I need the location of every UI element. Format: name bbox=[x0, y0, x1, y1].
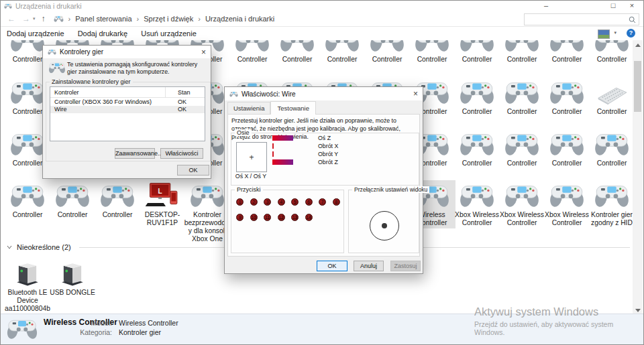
device-item[interactable]: Controller bbox=[274, 40, 321, 65]
xy-axis-indicator: + bbox=[236, 142, 267, 172]
scrollbar-thumb[interactable] bbox=[634, 61, 641, 112]
device-item[interactable]: Controller bbox=[453, 77, 500, 117]
device-item[interactable]: Controller bbox=[588, 40, 635, 65]
device-item[interactable]: Controller bbox=[498, 40, 545, 65]
pc-icon bbox=[144, 182, 180, 210]
column-controller[interactable]: Kontroler bbox=[50, 89, 178, 96]
device-item[interactable]: Controller bbox=[543, 129, 590, 169]
gamepad-icon bbox=[459, 40, 495, 54]
controller-button-indicator: 4 bbox=[278, 198, 285, 206]
device-item[interactable]: Controller bbox=[4, 180, 51, 220]
box-icon bbox=[9, 259, 46, 287]
tab-testing[interactable]: Testowanie bbox=[270, 101, 316, 115]
gamepad-icon bbox=[459, 182, 495, 210]
controller-button-indicator: 7 bbox=[319, 198, 326, 206]
device-item[interactable]: Controller bbox=[409, 40, 455, 65]
breadcrumb-item-devices-printers[interactable]: Urządzenia i drukarki bbox=[205, 15, 274, 23]
section-label: Nieokreślone (2) bbox=[17, 243, 71, 251]
device-label: Controller bbox=[49, 211, 96, 219]
gamepad-icon bbox=[414, 40, 450, 54]
scroll-up-icon[interactable] bbox=[635, 44, 641, 47]
search-input[interactable] bbox=[525, 15, 628, 23]
controller-status: OK bbox=[178, 98, 205, 105]
wire-dialog-tabs: Ustawienia Testowanie bbox=[227, 101, 316, 114]
device-item[interactable]: Controller bbox=[498, 77, 545, 117]
device-item[interactable]: Xbox Wireless Controller bbox=[498, 180, 545, 228]
device-item[interactable]: Xbox Wireless Controller bbox=[453, 180, 500, 228]
column-divider bbox=[165, 87, 166, 97]
tab-settings[interactable]: Ustawienia bbox=[227, 102, 270, 114]
device-label: Controller bbox=[409, 56, 455, 64]
controller-row[interactable]: WireOK bbox=[50, 106, 205, 114]
wire-ok-button[interactable]: OK bbox=[317, 261, 347, 271]
pov-hat-indicator bbox=[370, 211, 399, 240]
device-item[interactable]: USB DONGLE bbox=[49, 258, 96, 298]
device-item[interactable]: Xbox Wireless Controller bbox=[543, 180, 590, 228]
minimize-button[interactable]: – bbox=[536, 1, 556, 11]
device-item[interactable]: Controller bbox=[588, 77, 635, 117]
device-item[interactable]: Controller bbox=[364, 40, 411, 65]
up-icon[interactable]: ↑ bbox=[42, 14, 46, 23]
axis-label: Obrót X bbox=[318, 143, 338, 149]
close-icon[interactable]: × bbox=[201, 48, 206, 56]
maximize-button[interactable]: □ bbox=[603, 1, 623, 11]
device-item[interactable]: Controller bbox=[543, 77, 590, 117]
device-item[interactable]: Controller bbox=[319, 40, 366, 65]
view-options-caret-icon[interactable]: ▾ bbox=[614, 30, 616, 36]
gamepad-icon bbox=[369, 40, 405, 54]
device-label: Controller bbox=[543, 159, 590, 167]
device-item[interactable]: Controller bbox=[453, 129, 500, 169]
device-label: Controller bbox=[94, 211, 141, 219]
forward-icon[interactable]: → bbox=[22, 14, 30, 23]
window-title: Urządzenia i drukarki bbox=[15, 2, 82, 10]
controllers-ok-button[interactable]: OK bbox=[177, 165, 209, 176]
breadcrumb-item-hardware-sound[interactable]: Sprzęt i dźwięk bbox=[144, 15, 193, 23]
buttons-group-label: Przyciski bbox=[235, 186, 263, 193]
device-item[interactable]: Bluetooth LE Device aa110000804b bbox=[4, 258, 51, 314]
wire-dialog-titlebar: Właściwości: Wire × bbox=[225, 87, 423, 100]
device-item[interactable]: DESKTOP-RUV1F1P bbox=[139, 180, 186, 228]
back-icon[interactable]: ← bbox=[7, 14, 15, 23]
vertical-scrollbar[interactable] bbox=[633, 40, 643, 316]
device-item[interactable]: Kontroler gier zgodny z HID bbox=[588, 180, 635, 228]
controller-button-indicator: 12 bbox=[278, 214, 285, 221]
device-label: Controller bbox=[4, 211, 51, 219]
category-value: Kontroler gier bbox=[119, 328, 161, 336]
wire-apply-button[interactable]: Zastosuj bbox=[390, 261, 421, 271]
installed-controllers-group: Zainstalowane kontrolery gier Kontroler … bbox=[46, 82, 211, 161]
device-item[interactable]: Controller bbox=[49, 180, 96, 220]
close-button[interactable]: × bbox=[622, 1, 642, 11]
gamepad-icon bbox=[9, 182, 46, 210]
gamepad-icon bbox=[234, 40, 270, 54]
controller-button-indicator: 14 bbox=[305, 214, 313, 221]
controller-row[interactable]: Controller (XBOX 360 For Windows)OK bbox=[50, 98, 205, 106]
search-icon[interactable] bbox=[628, 15, 637, 24]
column-status[interactable]: Stan bbox=[178, 89, 205, 96]
device-item[interactable]: Controller bbox=[229, 40, 276, 65]
device-label: Xbox Wireless Controller bbox=[453, 211, 500, 227]
scroll-down-icon[interactable] bbox=[635, 309, 641, 312]
view-options-icon[interactable] bbox=[598, 29, 610, 39]
breadcrumb-item-control-panel[interactable]: Panel sterowania bbox=[75, 15, 131, 23]
gamepad-icon bbox=[279, 40, 315, 54]
device-label: Controller bbox=[498, 159, 545, 167]
location-gamepad-icon bbox=[54, 15, 64, 23]
controller-button-indicator: 1 bbox=[236, 198, 244, 206]
help-icon[interactable]: ? bbox=[627, 29, 635, 38]
close-icon[interactable]: × bbox=[413, 90, 418, 98]
device-item[interactable]: Controller bbox=[588, 129, 635, 169]
add-printer-button[interactable]: Dodaj drukarkę bbox=[78, 29, 128, 38]
controller-status: OK bbox=[178, 106, 205, 113]
wire-cancel-button[interactable]: Anuluj bbox=[354, 261, 384, 271]
device-item[interactable]: Controller bbox=[543, 40, 590, 65]
device-item[interactable]: Controller bbox=[498, 129, 545, 169]
device-item[interactable]: Controller bbox=[453, 40, 500, 65]
properties-button[interactable]: Właściwości bbox=[160, 148, 203, 159]
history-dropdown-icon[interactable]: ▾ bbox=[33, 16, 36, 21]
testing-tab-page: Przetestuj kontroler gier. Jeśli nie dzi… bbox=[227, 114, 420, 257]
remove-device-button[interactable]: Usuń urządzenie bbox=[141, 29, 197, 38]
add-device-button[interactable]: Dodaj urządzenie bbox=[7, 29, 64, 38]
device-item[interactable]: Controller bbox=[94, 180, 141, 220]
advanced-button[interactable]: Zaawansowane... bbox=[115, 148, 155, 159]
controllers-dialog-title: Kontrolery gier bbox=[60, 48, 103, 56]
